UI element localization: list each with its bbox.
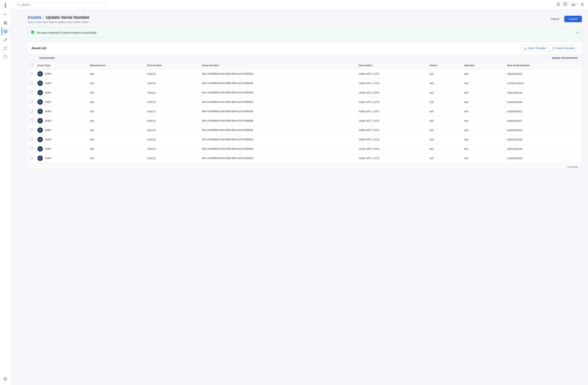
cell-part-number: 2A9721: [145, 88, 200, 97]
cell-part-number: 2A9721: [145, 154, 200, 163]
cell-new-serial-number: 312351234123: [505, 79, 582, 88]
row-checkbox-cell[interactable]: [28, 97, 35, 107]
asset-list-card: Asset List Export Template: [27, 42, 582, 171]
page-header: Assets › Update Serial Number Input or b…: [27, 15, 582, 23]
help-icon[interactable]: [563, 2, 567, 7]
cell-serial-number: BAA-0c3388e0-2b4a-5bf8-5bf4-a1517b4f93a5: [200, 69, 357, 79]
cell-operator: N/A: [462, 135, 505, 144]
upload-template-button[interactable]: Upload Template: [549, 45, 578, 51]
sidebar-item-add[interactable]: +: [1, 11, 9, 18]
cell-serial-number: BAA-0c3388e0-2b4a-5bf8-5bf4-a1517b4f93a5: [200, 126, 357, 135]
row-checkbox-cell[interactable]: [28, 69, 35, 79]
notification-icon[interactable]: [556, 2, 560, 7]
svg-point-6: [17, 4, 19, 5]
search-input[interactable]: [21, 3, 104, 6]
row-checkbox[interactable]: [30, 157, 33, 159]
cell-operator: N/A: [462, 107, 505, 116]
row-checkbox-cell[interactable]: [28, 79, 35, 88]
alert-close-button[interactable]: ✕: [576, 31, 579, 34]
sidebar-item-assets[interactable]: [1, 27, 9, 35]
submit-button[interactable]: Submit: [564, 16, 582, 22]
svg-point-19: [40, 120, 41, 121]
cell-owner: N/A: [427, 135, 462, 144]
breadcrumb-assets-link[interactable]: Assets: [27, 15, 41, 20]
row-checkbox[interactable]: [30, 128, 33, 131]
svg-rect-2: [5, 22, 7, 23]
cell-new-serial-number: 23512351234: [505, 88, 582, 97]
cell-description: VANE HPT, 2 STG: [357, 79, 427, 88]
export-template-button[interactable]: Export Template: [521, 45, 549, 51]
cell-asset-type: PART: [35, 107, 87, 116]
row-checkbox[interactable]: [30, 100, 33, 103]
user-badge[interactable]: BA: [570, 2, 577, 7]
col-header-description: Description: [357, 61, 427, 69]
table-row: PART N/A 2A9721 BAA-0c3388e0-2b4a-5bf8-5…: [28, 144, 582, 154]
cell-serial-number: BAA-0c3388e0-2b4a-5bf8-5bf4-a1517b4f93a5: [200, 116, 357, 126]
svg-point-21: [40, 139, 41, 140]
row-checkbox-cell[interactable]: [28, 135, 35, 144]
row-checkbox-cell[interactable]: [28, 116, 35, 126]
cell-part-number: 2A9721: [145, 97, 200, 107]
cell-asset-type: PART: [35, 154, 87, 163]
cell-operator: N/A: [462, 97, 505, 107]
row-checkbox[interactable]: [30, 119, 33, 122]
table-row: PART N/A 2A9721 BAA-0c3388e0-2b4a-5bf8-5…: [28, 135, 582, 144]
row-checkbox-cell[interactable]: [28, 144, 35, 154]
svg-rect-1: [4, 22, 5, 23]
cell-part-number: 2A9721: [145, 107, 200, 116]
app-logo[interactable]: [2, 2, 8, 8]
search-icon: [17, 3, 20, 6]
row-checkbox[interactable]: [30, 147, 33, 150]
row-checkbox[interactable]: [30, 72, 33, 75]
cell-operator: N/A: [462, 144, 505, 154]
row-checkbox-cell[interactable]: [28, 126, 35, 135]
asset-table: Asset Type Manufacturer Part Number Seri…: [28, 61, 582, 163]
user-menu-icon[interactable]: [580, 2, 584, 7]
main-content: Assets › Update Serial Number Input or b…: [21, 10, 588, 385]
sidebar-item-maintenance[interactable]: [1, 36, 9, 44]
row-checkbox-cell[interactable]: [28, 107, 35, 116]
cell-description: VANE HPT, 2 STG: [357, 97, 427, 107]
table-row: PART N/A 2A9721 BAA-0c3388e0-2b4a-5bf8-5…: [28, 154, 582, 163]
row-checkbox[interactable]: [30, 138, 33, 141]
cell-asset-type: PART: [35, 69, 87, 79]
sidebar-item-dashboard[interactable]: [1, 19, 9, 27]
row-checkbox[interactable]: [30, 110, 33, 113]
page-subtitle: Input or bulk import data to update seri…: [27, 21, 90, 23]
select-all-checkbox[interactable]: [30, 64, 33, 67]
cell-description: VANE HPT, 2 STG: [357, 126, 427, 135]
table-row: PART N/A 2A9721 BAA-0c3388e0-2b4a-5bf8-5…: [28, 69, 582, 79]
cell-owner: N/A: [427, 107, 462, 116]
header-select-all[interactable]: [28, 61, 35, 69]
cell-manufacturer: N/A: [87, 88, 145, 97]
row-checkbox[interactable]: [30, 82, 33, 84]
svg-point-23: [40, 158, 41, 159]
row-checkbox-cell[interactable]: [28, 88, 35, 97]
cell-description: VANE HPT, 2 STG: [357, 144, 427, 154]
table-row: PART N/A 2A9721 BAA-0c3388e0-2b4a-5bf8-5…: [28, 126, 582, 135]
sidebar-item-settings[interactable]: [1, 375, 9, 383]
part-icon: [38, 90, 43, 95]
part-icon: [38, 99, 43, 105]
cell-description: VANE HPT, 2 STG: [357, 135, 427, 144]
svg-point-22: [40, 149, 41, 149]
cell-operator: N/A: [462, 79, 505, 88]
cancel-button[interactable]: Cancel: [548, 16, 562, 22]
cell-serial-number: BAA-0c3388e0-2b4a-5bf8-5bf4-a1517b4f93a5: [200, 97, 357, 107]
row-checkbox[interactable]: [30, 91, 33, 94]
cell-asset-type: PART: [35, 135, 87, 144]
sidebar-item-workflow[interactable]: [1, 45, 9, 52]
col-header-asset-type: Asset Type: [35, 61, 87, 69]
part-icon: [38, 81, 43, 86]
sidebar-item-files[interactable]: [1, 53, 9, 61]
cell-description: VANE HPT, 2 STG: [357, 69, 427, 79]
cell-asset-type: PART: [35, 144, 87, 154]
search-bar[interactable]: [15, 2, 106, 8]
cell-owner: N/A: [427, 79, 462, 88]
cell-operator: N/A: [462, 88, 505, 97]
section-label-left: Asset Details: [39, 56, 544, 59]
cell-new-serial-number: 51342351234: [505, 97, 582, 107]
row-checkbox-cell[interactable]: [28, 154, 35, 163]
cell-operator: N/A: [462, 116, 505, 126]
cell-operator: N/A: [462, 126, 505, 135]
